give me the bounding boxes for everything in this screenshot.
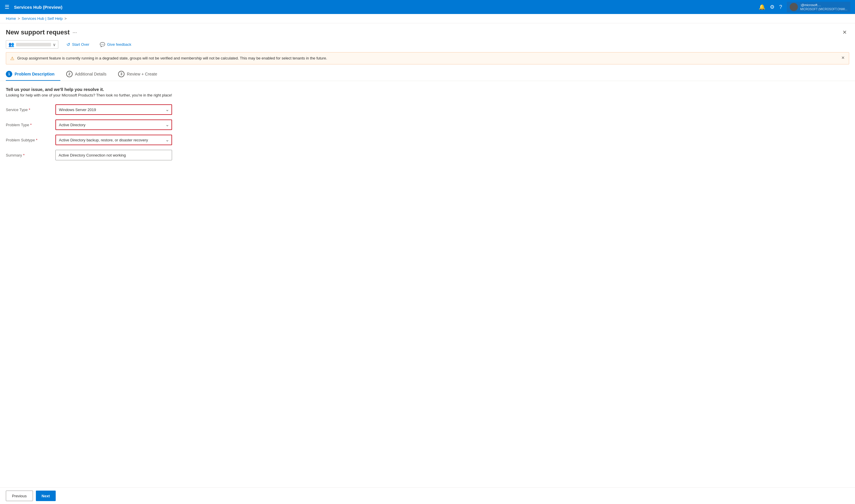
feedback-icon: 💬 bbox=[100, 42, 105, 47]
tab-additional-details[interactable]: 2 Additional Details bbox=[66, 68, 112, 81]
hamburger-menu[interactable]: ☰ bbox=[5, 4, 9, 10]
service-type-label: Service Type bbox=[6, 108, 53, 112]
user-email: :@microsoft.... bbox=[800, 3, 848, 7]
breadcrumb-self-help[interactable]: Services Hub | Self Help bbox=[22, 16, 63, 21]
banner-close-button[interactable]: ✕ bbox=[841, 55, 845, 60]
service-type-select[interactable]: Windows Server 2019 Windows Server 2016 bbox=[55, 104, 172, 115]
service-type-row: Service Type Windows Server 2019 Windows… bbox=[6, 104, 849, 115]
avatar bbox=[790, 3, 798, 11]
problem-subtype-row: Problem Subtype Active Directory backup,… bbox=[6, 135, 849, 145]
previous-button[interactable]: Previous bbox=[6, 491, 33, 501]
group-selector-value bbox=[16, 43, 51, 46]
breadcrumb-sep-1: > bbox=[18, 16, 20, 21]
topbar: ☰ Services Hub (Preview) 🔔 ⚙ ? :@microso… bbox=[0, 0, 855, 14]
main-container: New support request ··· ✕ 👥 ∨ ↺ Start Ov… bbox=[0, 23, 855, 504]
summary-row: Summary bbox=[6, 150, 849, 160]
form-subtext: Looking for help with one of your Micros… bbox=[6, 93, 849, 97]
tab-2-number: 2 bbox=[66, 71, 73, 77]
tab-3-number: 3 bbox=[118, 71, 125, 77]
tab-1-label: Problem Description bbox=[15, 72, 55, 76]
group-selector[interactable]: 👥 ∨ bbox=[6, 40, 58, 49]
service-type-control: Windows Server 2019 Windows Server 2016 bbox=[55, 104, 172, 115]
tab-3-label: Review + Create bbox=[127, 72, 157, 76]
close-button[interactable]: ✕ bbox=[840, 28, 849, 37]
banner-message: Group assignment feature is currently ru… bbox=[17, 55, 838, 61]
tab-problem-description[interactable]: 1 Problem Description bbox=[6, 68, 60, 81]
summary-control bbox=[55, 150, 172, 160]
toolbar: 👥 ∨ ↺ Start Over 💬 Give feedback bbox=[0, 39, 855, 52]
user-info: :@microsoft.... MICROSOFT (MICROSOFT.ONM… bbox=[800, 3, 848, 11]
start-over-label: Start Over bbox=[72, 42, 89, 47]
problem-type-row: Problem Type Active Directory DNS bbox=[6, 120, 849, 130]
problem-subtype-label: Problem Subtype bbox=[6, 138, 53, 142]
problem-type-label: Problem Type bbox=[6, 123, 53, 127]
start-over-icon: ↺ bbox=[67, 42, 70, 47]
notification-icon[interactable]: 🔔 bbox=[759, 4, 765, 10]
breadcrumb-sep-2: > bbox=[65, 16, 67, 21]
summary-input[interactable] bbox=[55, 150, 172, 160]
summary-label: Summary bbox=[6, 153, 53, 157]
problem-subtype-control: Active Directory backup, restore, or dis… bbox=[55, 135, 172, 145]
group-dropdown-icon: ∨ bbox=[53, 42, 56, 47]
group-icon: 👥 bbox=[8, 42, 14, 47]
info-banner: ⚠ Group assignment feature is currently … bbox=[6, 52, 849, 65]
bottom-bar: Previous Next bbox=[0, 487, 855, 504]
form-headline: Tell us your issue, and we'll help you r… bbox=[6, 87, 849, 92]
give-feedback-label: Give feedback bbox=[107, 42, 131, 47]
breadcrumb-home[interactable]: Home bbox=[6, 16, 16, 21]
help-icon[interactable]: ? bbox=[779, 4, 782, 10]
problem-type-control: Active Directory DNS bbox=[55, 120, 172, 130]
problem-type-select[interactable]: Active Directory DNS bbox=[55, 120, 172, 130]
info-icon: ⚠ bbox=[10, 56, 14, 61]
user-org: MICROSOFT (MICROSOFT.ONMI... bbox=[800, 7, 848, 11]
next-button[interactable]: Next bbox=[36, 491, 56, 501]
page-header: New support request ··· ✕ bbox=[0, 23, 855, 39]
form-content: Tell us your issue, and we'll help you r… bbox=[0, 81, 855, 487]
page-more-options[interactable]: ··· bbox=[73, 30, 77, 36]
tab-review-create[interactable]: 3 Review + Create bbox=[118, 68, 163, 81]
tab-1-number: 1 bbox=[6, 71, 12, 77]
start-over-button[interactable]: ↺ Start Over bbox=[64, 41, 92, 48]
page-title: New support request bbox=[6, 29, 70, 36]
app-title: Services Hub (Preview) bbox=[14, 5, 759, 10]
give-feedback-button[interactable]: 💬 Give feedback bbox=[97, 41, 133, 48]
user-menu[interactable]: :@microsoft.... MICROSOFT (MICROSOFT.ONM… bbox=[787, 2, 850, 12]
wizard-tabs: 1 Problem Description 2 Additional Detai… bbox=[0, 68, 855, 81]
settings-icon[interactable]: ⚙ bbox=[770, 4, 774, 10]
page-title-row: New support request ··· bbox=[6, 29, 77, 36]
breadcrumb: Home > Services Hub | Self Help > bbox=[0, 14, 855, 23]
tab-2-label: Additional Details bbox=[75, 72, 106, 76]
problem-subtype-select[interactable]: Active Directory backup, restore, or dis… bbox=[55, 135, 172, 145]
topbar-icons: 🔔 ⚙ ? :@microsoft.... MICROSOFT (MICROSO… bbox=[759, 2, 850, 12]
